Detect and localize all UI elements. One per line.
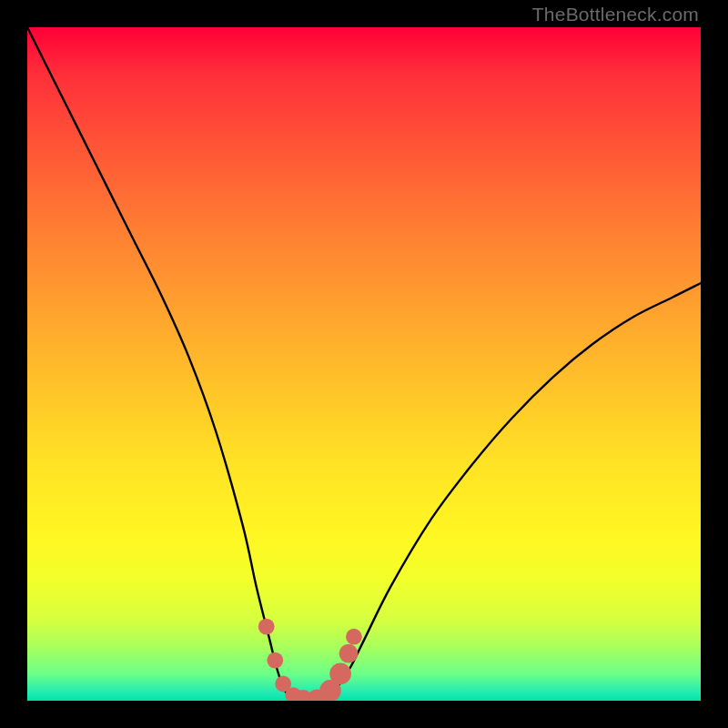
valley-marker bbox=[258, 619, 275, 635]
valley-marker bbox=[346, 629, 362, 645]
valley-marker bbox=[339, 644, 359, 663]
curve-layer bbox=[27, 27, 701, 701]
valley-markers bbox=[258, 619, 362, 701]
valley-marker bbox=[267, 652, 283, 669]
valley-marker bbox=[329, 663, 351, 685]
plot-area bbox=[27, 27, 701, 701]
chart-frame: TheBottleneck.com bbox=[0, 0, 728, 728]
watermark-text: TheBottleneck.com bbox=[532, 4, 699, 25]
bottleneck-curve bbox=[27, 27, 701, 701]
